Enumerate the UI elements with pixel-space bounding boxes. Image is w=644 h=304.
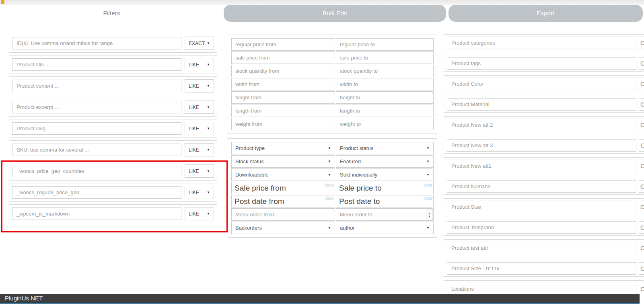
taxonomy-input[interactable] bbox=[447, 262, 636, 275]
range-from-input[interactable] bbox=[231, 78, 335, 90]
operator-select[interactable]: LIKE▼ bbox=[185, 164, 214, 178]
range-to-input[interactable] bbox=[336, 118, 434, 130]
taxonomy-operator[interactable]: O bbox=[639, 262, 644, 275]
range-filters-panel bbox=[228, 35, 437, 134]
filter-select[interactable]: Backorders▼ bbox=[231, 222, 335, 234]
range-to-input[interactable] bbox=[336, 65, 434, 77]
date-input[interactable] bbox=[231, 195, 335, 207]
misc-filter-row: Backorders▼author▼ bbox=[231, 222, 434, 234]
date-input[interactable] bbox=[336, 195, 434, 207]
filter-select[interactable]: Product status▼ bbox=[336, 142, 434, 154]
range-to-input[interactable] bbox=[336, 38, 434, 51]
filter-row: LIKE▼ bbox=[9, 55, 217, 74]
misc-cell: Sold individually▼ bbox=[336, 168, 434, 181]
filter-select[interactable]: Product type▼ bbox=[231, 142, 335, 154]
taxonomy-input[interactable] bbox=[447, 139, 636, 152]
filter-select[interactable]: Sold individually▼ bbox=[336, 168, 434, 181]
operator-select[interactable]: LIKE▼ bbox=[185, 101, 214, 114]
taxonomy-operator[interactable]: O bbox=[639, 119, 644, 131]
taxonomy-row: O bbox=[444, 55, 644, 72]
filter-select[interactable]: Featured▼ bbox=[336, 155, 434, 168]
clear-link[interactable]: clear bbox=[325, 183, 334, 187]
range-to-input[interactable] bbox=[336, 105, 434, 117]
operator-select[interactable]: LIKE▼ bbox=[185, 122, 214, 135]
range-to-input[interactable] bbox=[336, 91, 434, 104]
left-filter-input[interactable] bbox=[12, 186, 181, 199]
tab-export[interactable]: Export bbox=[449, 5, 643, 22]
range-from-input[interactable] bbox=[231, 38, 335, 51]
range-to-cell bbox=[336, 105, 434, 117]
filter-select[interactable]: author▼ bbox=[336, 222, 434, 234]
left-filter-input[interactable] bbox=[12, 207, 181, 220]
taxonomy-input[interactable] bbox=[447, 242, 636, 254]
taxonomy-operator[interactable]: O bbox=[639, 139, 644, 152]
filter-select[interactable]: Downloadable▼ bbox=[231, 168, 335, 181]
taxonomy-row: O bbox=[444, 137, 644, 154]
range-from-cell bbox=[231, 65, 335, 77]
clear-link[interactable]: clear bbox=[424, 196, 432, 201]
operator-select[interactable]: EXACT▼ bbox=[185, 37, 214, 50]
left-filter-input[interactable] bbox=[12, 165, 181, 177]
left-filter-input[interactable] bbox=[12, 122, 181, 135]
range-filter-row bbox=[231, 91, 434, 104]
taxonomy-operator[interactable]: O bbox=[639, 78, 644, 90]
chevron-down-icon: ▼ bbox=[328, 160, 331, 163]
filter-row: LIKE▼ bbox=[9, 204, 217, 223]
range-from-input[interactable] bbox=[231, 118, 335, 130]
date-input[interactable] bbox=[336, 182, 434, 194]
range-from-input[interactable] bbox=[231, 91, 335, 104]
taxonomy-input[interactable] bbox=[447, 201, 636, 213]
range-from-input[interactable] bbox=[231, 105, 335, 117]
left-filter-input[interactable] bbox=[12, 58, 181, 71]
misc-cell: Product status▼ bbox=[336, 142, 434, 154]
taxonomy-input[interactable] bbox=[447, 78, 636, 90]
clear-link[interactable]: clear bbox=[424, 183, 432, 187]
taxonomy-operator[interactable]: O bbox=[639, 242, 644, 254]
taxonomy-input[interactable] bbox=[447, 37, 636, 49]
order-input[interactable] bbox=[231, 208, 335, 221]
taxonomy-operator[interactable]: O bbox=[639, 201, 644, 213]
left-filter-input[interactable] bbox=[12, 101, 181, 113]
tab-bulk-edit[interactable]: Bulk Edit bbox=[224, 5, 446, 22]
date-input[interactable] bbox=[231, 182, 335, 194]
operator-select[interactable]: LIKE▼ bbox=[185, 143, 214, 156]
filter-row: LIKE▼ bbox=[9, 183, 217, 202]
taxonomy-input[interactable] bbox=[447, 119, 636, 131]
operator-select[interactable]: LIKE▼ bbox=[185, 186, 214, 199]
footer-brand: PluginUs.NET bbox=[0, 294, 43, 303]
order-input[interactable] bbox=[336, 208, 434, 221]
operator-select[interactable]: LIKE▼ bbox=[185, 58, 214, 71]
operator-select[interactable]: LIKE▼ bbox=[185, 207, 214, 220]
taxonomy-operator[interactable]: O bbox=[639, 98, 644, 111]
chevron-down-icon: ▼ bbox=[207, 127, 210, 130]
range-to-cell bbox=[336, 91, 434, 104]
taxonomy-operator[interactable]: O bbox=[639, 180, 644, 193]
taxonomy-operator[interactable]: O bbox=[639, 221, 644, 234]
tab-filters[interactable]: Filters bbox=[2, 5, 221, 22]
taxonomy-operator[interactable]: O bbox=[639, 160, 644, 172]
filter-select[interactable]: Stock status▼ bbox=[231, 155, 335, 168]
range-from-cell bbox=[231, 78, 335, 90]
taxonomy-input[interactable] bbox=[447, 221, 636, 234]
left-filter-input[interactable] bbox=[12, 80, 181, 92]
taxonomy-operator[interactable]: O bbox=[639, 57, 644, 70]
taxonomy-input[interactable] bbox=[447, 57, 636, 70]
taxonomy-input[interactable] bbox=[447, 160, 636, 172]
taxonomy-row: O bbox=[444, 260, 644, 277]
taxonomy-input[interactable] bbox=[447, 283, 636, 295]
taxonomy-input[interactable] bbox=[447, 180, 636, 193]
range-to-input[interactable] bbox=[336, 78, 434, 90]
range-to-input[interactable] bbox=[336, 51, 434, 64]
left-filter-input[interactable] bbox=[12, 37, 181, 49]
taxonomy-input[interactable] bbox=[447, 98, 636, 111]
taxonomy-operator[interactable]: O bbox=[639, 37, 644, 49]
range-from-input[interactable] bbox=[231, 65, 335, 77]
range-from-input[interactable] bbox=[231, 51, 335, 64]
clear-link[interactable]: clear bbox=[325, 196, 334, 201]
left-filter-input[interactable] bbox=[12, 144, 181, 156]
range-filter-row bbox=[231, 38, 434, 51]
number-spinner[interactable]: ▲▼ bbox=[426, 210, 433, 220]
operator-select[interactable]: LIKE▼ bbox=[185, 79, 214, 92]
taxonomy-operator[interactable]: O bbox=[639, 283, 644, 295]
filter-row: LIKE▼ bbox=[9, 162, 217, 181]
